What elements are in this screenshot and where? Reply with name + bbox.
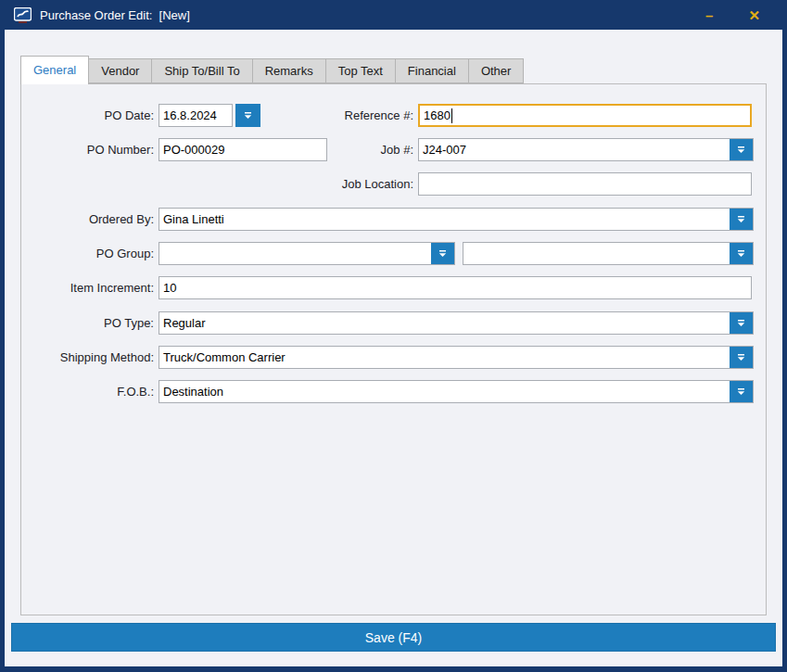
tab-financial[interactable]: Financial (395, 58, 469, 83)
tab-vendor[interactable]: Vendor (88, 58, 152, 83)
job-number-value[interactable]: J24-007 (419, 139, 730, 160)
dropdown-arrow-icon (737, 249, 745, 258)
fob-label: F.O.B.: (21, 380, 154, 403)
job-number-label: Job #: (281, 138, 413, 161)
dropdown-arrow-icon (737, 215, 745, 223)
tab-other[interactable]: Other (468, 58, 525, 83)
shipping-method-dropdown-button[interactable] (730, 347, 753, 368)
po-type-label: PO Type: (21, 311, 154, 335)
shipping-method-combo: Truck/Common Carrier (159, 346, 754, 369)
tab-strip: General Vendor Ship To/Bill To Remarks T… (20, 56, 523, 83)
window-content: General Vendor Ship To/Bill To Remarks T… (5, 30, 782, 666)
po-group-secondary-dropdown-button[interactable] (730, 243, 753, 264)
save-button[interactable]: Save (F4) (11, 623, 776, 652)
dropdown-arrow-icon (737, 353, 745, 361)
job-location-label: Job Location: (281, 172, 413, 196)
po-date-input[interactable] (159, 104, 233, 127)
item-increment-label: Item Increment: (21, 276, 154, 299)
job-number-dropdown-button[interactable] (730, 139, 753, 160)
fob-combo: Destination (159, 380, 754, 403)
dropdown-arrow-icon (737, 387, 745, 396)
ordered-by-combo: Gina Linetti (159, 208, 754, 231)
po-type-value[interactable]: Regular (159, 312, 730, 334)
tab-general[interactable]: General (20, 56, 89, 84)
dropdown-arrow-icon (737, 146, 745, 154)
ordered-by-value[interactable]: Gina Linetti (159, 209, 730, 230)
po-group-primary-dropdown-button[interactable] (431, 243, 454, 264)
reference-label: Reference #: (281, 104, 413, 127)
po-date-dropdown-button[interactable] (235, 104, 260, 127)
po-group-secondary-combo (463, 242, 754, 265)
shipping-method-label: Shipping Method: (21, 346, 154, 369)
ordered-by-label: Ordered By: (21, 208, 154, 231)
po-date-label: PO Date: (21, 104, 154, 127)
close-button[interactable]: ✕ (748, 8, 760, 22)
reference-value: 1680 (424, 108, 451, 122)
po-group-secondary-value[interactable] (463, 243, 730, 264)
po-number-label: PO Number: (21, 138, 154, 161)
tab-panel-general: PO Date: Reference #: 1680 PO Number: Jo… (20, 83, 767, 615)
tab-top-text[interactable]: Top Text (325, 58, 396, 83)
titlebar: Purchase Order Edit: [New] – ✕ (5, 0, 782, 30)
po-group-label: PO Group: (21, 242, 154, 265)
app-icon (14, 7, 32, 23)
purchase-order-edit-window: Purchase Order Edit: [New] – ✕ General V… (0, 0, 787, 672)
dropdown-arrow-icon (438, 249, 447, 258)
dropdown-arrow-icon (737, 319, 745, 327)
tab-ship-to-bill-to[interactable]: Ship To/Bill To (151, 58, 252, 83)
po-group-primary-combo (159, 242, 455, 265)
reference-input[interactable]: 1680 (418, 104, 752, 127)
ordered-by-dropdown-button[interactable] (730, 209, 753, 230)
po-group-primary-value[interactable] (159, 243, 431, 264)
fob-dropdown-button[interactable] (730, 381, 753, 402)
fob-value[interactable]: Destination (159, 381, 730, 402)
window-title: Purchase Order Edit: [New] (40, 8, 190, 22)
tab-remarks[interactable]: Remarks (252, 58, 326, 83)
job-location-input[interactable] (418, 172, 752, 196)
dropdown-arrow-icon (244, 111, 252, 120)
text-caret (451, 108, 452, 123)
item-increment-input[interactable] (159, 276, 752, 299)
po-type-dropdown-button[interactable] (730, 312, 753, 334)
titlebar-controls: – ✕ (705, 8, 773, 22)
minimize-button[interactable]: – (705, 8, 713, 22)
po-type-combo: Regular (159, 311, 754, 335)
shipping-method-value[interactable]: Truck/Common Carrier (159, 347, 730, 368)
job-number-combo: J24-007 (418, 138, 754, 161)
